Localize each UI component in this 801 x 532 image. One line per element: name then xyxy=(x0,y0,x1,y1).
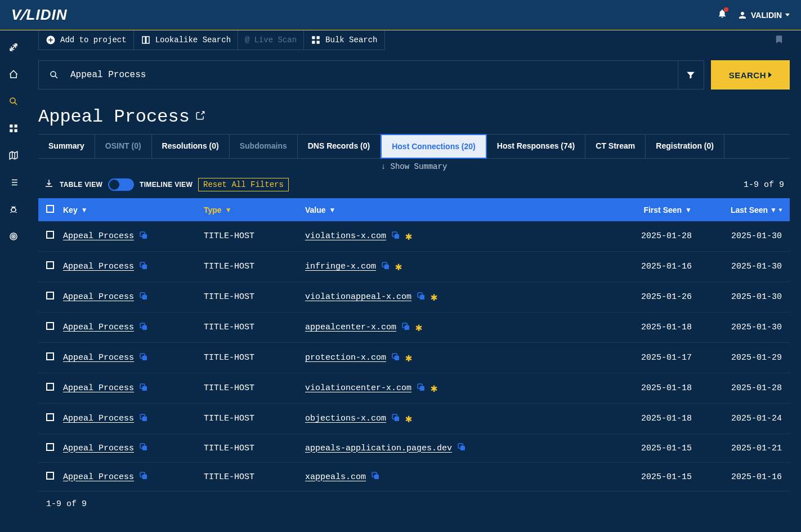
tab[interactable]: DNS Records (0) xyxy=(298,135,381,158)
last-seen-cell: 2025-01-21 xyxy=(692,444,782,453)
key-link[interactable]: Appeal Process xyxy=(63,323,134,332)
top-header: V/LIDIN VALIDIN xyxy=(0,0,801,30)
target-icon[interactable] xyxy=(8,231,19,242)
copy-icon[interactable] xyxy=(138,382,149,395)
download-icon[interactable] xyxy=(44,178,54,191)
copy-icon[interactable] xyxy=(370,471,381,483)
last-seen-cell: 2025-01-30 xyxy=(692,323,782,332)
select-all-checkbox[interactable] xyxy=(46,205,54,213)
table-view-label: TABLE VIEW xyxy=(60,181,102,189)
tab[interactable]: Resolutions (0) xyxy=(152,135,230,158)
tab[interactable]: Subdomains xyxy=(230,135,298,158)
copy-icon[interactable] xyxy=(401,321,411,334)
map-icon[interactable] xyxy=(8,150,19,161)
copy-icon[interactable] xyxy=(381,261,391,273)
copy-icon[interactable] xyxy=(138,471,149,483)
table-header: Key ▼ Type ▼ Value ▼ First Seen ▼ Last S… xyxy=(38,198,790,221)
value-link[interactable]: appeals-application.pages.dev xyxy=(305,444,452,453)
row-checkbox[interactable] xyxy=(46,383,54,391)
grid-icon[interactable] xyxy=(8,123,19,134)
home-icon[interactable] xyxy=(8,69,19,80)
row-checkbox[interactable] xyxy=(46,231,54,239)
view-toggle[interactable] xyxy=(108,178,134,191)
copy-icon[interactable] xyxy=(138,442,149,454)
tab[interactable]: CT Stream xyxy=(585,135,646,158)
row-checkbox[interactable] xyxy=(46,413,54,421)
key-link[interactable]: Appeal Process xyxy=(63,231,134,241)
key-link[interactable]: Appeal Process xyxy=(63,292,134,302)
row-checkbox[interactable] xyxy=(46,352,54,360)
reset-filters-button[interactable]: Reset All Filters xyxy=(198,178,289,191)
key-link[interactable]: Appeal Process xyxy=(63,414,134,423)
copy-icon[interactable] xyxy=(138,352,149,364)
key-link[interactable]: Appeal Process xyxy=(63,262,134,271)
notifications-icon[interactable] xyxy=(717,8,727,21)
type-cell: TITLE-HOST xyxy=(204,353,305,363)
add-to-project-button[interactable]: Add to project xyxy=(39,30,134,50)
list-icon[interactable] xyxy=(8,177,19,188)
logo[interactable]: V/LIDIN xyxy=(11,6,67,24)
bug-icon[interactable] xyxy=(8,204,19,215)
row-checkbox[interactable] xyxy=(46,322,54,330)
svg-point-8 xyxy=(13,236,14,237)
row-checkbox[interactable] xyxy=(46,443,54,451)
key-link[interactable]: Appeal Process xyxy=(63,383,134,393)
user-menu[interactable]: VALIDIN xyxy=(737,10,790,20)
tab[interactable]: Host Connections (20) xyxy=(381,134,487,159)
table-row: Appeal Process TITLE-HOST violationappea… xyxy=(38,282,790,312)
tabs: SummaryOSINT (0)Resolutions (0)Subdomain… xyxy=(38,134,790,159)
copy-icon[interactable] xyxy=(138,413,149,425)
copy-icon[interactable] xyxy=(138,291,149,303)
tab[interactable]: Summary xyxy=(38,135,95,158)
key-link[interactable]: Appeal Process xyxy=(63,444,134,453)
copy-icon[interactable] xyxy=(138,230,149,243)
copy-icon[interactable] xyxy=(138,261,149,273)
search-input[interactable] xyxy=(70,70,668,80)
search-button[interactable]: SEARCH xyxy=(711,60,790,90)
type-cell: TITLE-HOST xyxy=(204,231,305,241)
filter-button[interactable] xyxy=(678,60,704,90)
value-link[interactable]: appealcenter-x.com xyxy=(305,323,396,332)
row-checkbox[interactable] xyxy=(46,261,54,269)
left-sidebar xyxy=(0,30,27,532)
key-link[interactable]: Appeal Process xyxy=(63,353,134,363)
tab[interactable]: Registration (0) xyxy=(646,135,724,158)
bulk-search-button[interactable]: Bulk Search xyxy=(304,30,384,50)
external-link-icon[interactable] xyxy=(195,110,205,123)
copy-icon[interactable] xyxy=(391,352,401,364)
key-link[interactable]: Appeal Process xyxy=(63,472,134,482)
copy-icon[interactable] xyxy=(416,291,426,303)
copy-icon[interactable] xyxy=(391,230,401,243)
copy-icon[interactable] xyxy=(416,382,426,395)
value-link[interactable]: protection-x.com xyxy=(305,353,386,363)
col-value[interactable]: Value ▼ xyxy=(305,205,593,214)
col-last-seen[interactable]: Last Seen ▼▾ xyxy=(692,205,782,214)
tab[interactable]: Host Responses (74) xyxy=(487,135,585,158)
bookmark-icon[interactable] xyxy=(774,33,784,48)
copy-icon[interactable] xyxy=(138,321,149,334)
copy-icon[interactable] xyxy=(391,413,401,425)
value-link[interactable]: violations-x.com xyxy=(305,231,386,241)
last-seen-cell: 2025-01-24 xyxy=(692,414,782,423)
user-icon xyxy=(737,10,748,20)
value-link[interactable]: objections-x.com xyxy=(305,414,386,423)
first-seen-cell: 2025-01-26 xyxy=(593,292,692,302)
expand-icon[interactable] xyxy=(8,42,19,53)
col-type[interactable]: Type ▼ xyxy=(204,205,305,214)
table-row: Appeal Process TITLE-HOST violationcente… xyxy=(38,373,790,404)
row-checkbox[interactable] xyxy=(46,292,54,299)
tab[interactable]: OSINT (0) xyxy=(95,135,152,158)
col-first-seen[interactable]: First Seen ▼ xyxy=(593,205,692,214)
value-link[interactable]: infringe-x.com xyxy=(305,262,376,271)
col-key[interactable]: Key ▼ xyxy=(63,205,204,214)
value-link[interactable]: violationcenter-x.com xyxy=(305,383,411,393)
svg-rect-2 xyxy=(15,124,17,127)
copy-icon[interactable] xyxy=(457,442,467,454)
lookalike-search-button[interactable]: Lookalike Search xyxy=(134,30,238,50)
value-link[interactable]: violationappeal-x.com xyxy=(305,292,411,302)
show-summary-toggle[interactable]: ↓ Show Summary xyxy=(38,159,790,175)
search-icon[interactable] xyxy=(8,96,19,107)
row-checkbox[interactable] xyxy=(46,472,54,480)
first-seen-cell: 2025-01-18 xyxy=(593,383,692,393)
value-link[interactable]: xappeals.com xyxy=(305,472,366,482)
